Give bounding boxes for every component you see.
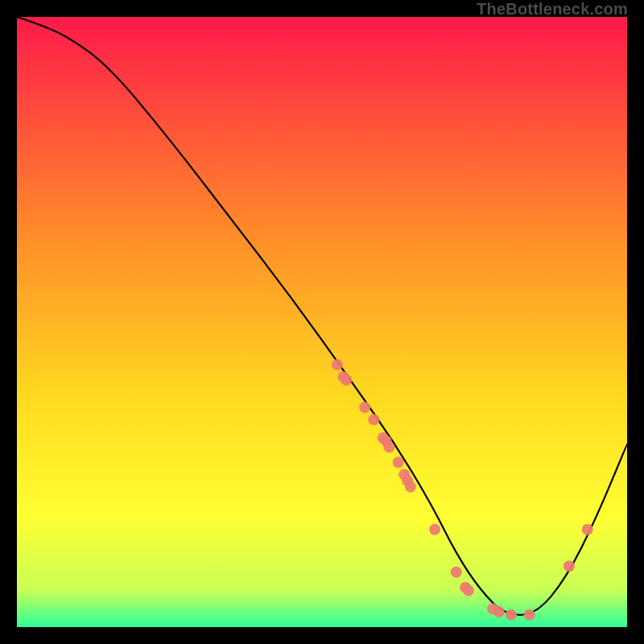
data-marker xyxy=(368,414,379,425)
data-marker xyxy=(506,609,517,621)
data-marker xyxy=(582,524,593,535)
data-marker xyxy=(463,585,474,597)
data-marker xyxy=(359,402,370,413)
bottleneck-chart xyxy=(17,17,627,627)
data-marker xyxy=(332,359,343,370)
data-marker xyxy=(393,456,404,468)
data-marker xyxy=(341,374,352,386)
watermark-text: TheBottleneck.com xyxy=(477,0,628,19)
data-marker xyxy=(429,524,440,535)
gradient-background xyxy=(17,17,627,627)
data-marker xyxy=(564,560,575,572)
data-marker xyxy=(451,567,462,578)
chart-frame xyxy=(17,17,627,627)
data-marker xyxy=(405,481,416,493)
data-marker xyxy=(383,441,394,452)
data-marker xyxy=(493,606,505,617)
data-marker xyxy=(524,609,535,621)
